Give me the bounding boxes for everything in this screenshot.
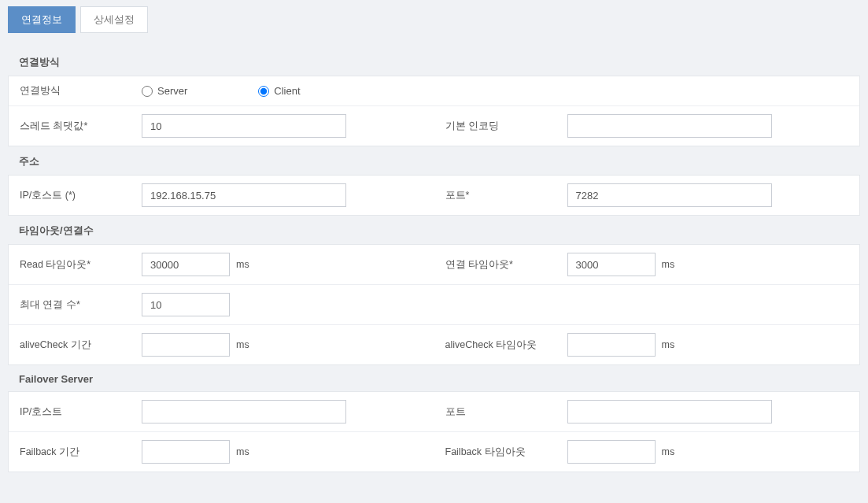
label-port: 포트* <box>445 189 567 202</box>
tab-detail-settings[interactable]: 상세설정 <box>80 6 148 33</box>
section-title-timeout: 타임아웃/연결수 <box>8 216 860 244</box>
unit-ms: ms <box>662 446 675 457</box>
label-max-conn: 최대 연결 수* <box>20 298 142 312</box>
input-max-conn[interactable] <box>142 293 230 316</box>
input-port[interactable] <box>567 183 772 207</box>
label-connection-method: 연결방식 <box>20 84 142 98</box>
section-body-connection-method: 연결방식 Server Client <box>8 76 860 146</box>
input-failback-timeout[interactable] <box>567 440 656 464</box>
label-alivecheck-timeout: aliveCheck 타임아웃 <box>445 338 567 352</box>
input-default-encoding[interactable] <box>567 114 772 138</box>
section-title-address: 주소 <box>8 146 860 175</box>
tab-bar: 연결정보 상세설정 <box>8 6 860 33</box>
input-failback-period[interactable] <box>142 440 230 464</box>
label-thread-max: 스레드 최댓값* <box>20 120 142 133</box>
section-title-failover: Failover Server <box>8 365 860 391</box>
section-body-failover: IP/호스트 포트 Failback 기간 <box>8 391 860 472</box>
unit-ms: ms <box>236 339 249 350</box>
label-failover-ip-host: IP/호스트 <box>20 405 142 419</box>
input-ip-host[interactable] <box>142 183 346 207</box>
label-default-encoding: 기본 인코딩 <box>445 120 567 133</box>
label-read-timeout: Read 타임아웃* <box>20 258 142 272</box>
radio-client[interactable]: Client <box>258 85 300 97</box>
radio-server-input[interactable] <box>142 86 153 97</box>
form-panel: 연결방식 연결방식 Server Client <box>8 47 860 472</box>
unit-ms: ms <box>236 259 249 270</box>
input-thread-max[interactable] <box>142 114 346 138</box>
radio-server-label: Server <box>157 85 187 97</box>
section-body-address: IP/호스트 (*) 포트* <box>8 175 860 216</box>
input-alivecheck-period[interactable] <box>142 333 230 357</box>
label-conn-timeout: 연결 타임아웃* <box>445 258 567 272</box>
unit-ms: ms <box>236 446 249 457</box>
tab-connection-info[interactable]: 연결정보 <box>8 6 76 33</box>
label-alivecheck-period: aliveCheck 기간 <box>20 338 142 352</box>
section-title-connection-method: 연결방식 <box>8 47 860 76</box>
radio-server[interactable]: Server <box>142 85 187 97</box>
label-failover-port: 포트 <box>445 405 567 419</box>
radio-client-input[interactable] <box>258 86 269 97</box>
input-alivecheck-timeout[interactable] <box>567 333 656 357</box>
label-failback-period: Failback 기간 <box>20 446 142 459</box>
unit-ms: ms <box>662 339 675 350</box>
radio-client-label: Client <box>274 85 300 97</box>
unit-ms: ms <box>662 259 675 270</box>
input-read-timeout[interactable] <box>142 253 230 276</box>
input-failover-ip-host[interactable] <box>142 400 346 423</box>
input-conn-timeout[interactable] <box>567 253 656 276</box>
label-failback-timeout: Failback 타임아웃 <box>445 446 567 459</box>
section-body-timeout: Read 타임아웃* ms 연결 타임아웃* ms <box>8 244 860 365</box>
input-failover-port[interactable] <box>567 400 772 423</box>
label-ip-host: IP/호스트 (*) <box>20 189 142 202</box>
